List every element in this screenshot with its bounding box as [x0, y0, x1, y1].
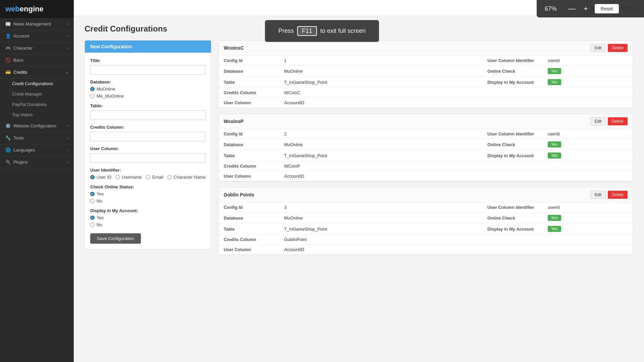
tools-icon: 🔧	[5, 135, 11, 140]
sidebar-subitem-credit-manager[interactable]: Credit Manager	[0, 89, 74, 99]
display-no-option[interactable]: No	[90, 222, 206, 227]
config-card-title-2: Goblin Points	[224, 192, 254, 197]
display-yes-label: Yes	[97, 215, 104, 220]
credits-icon: 💳	[5, 70, 11, 75]
delete-button-0[interactable]: Delete	[608, 44, 628, 52]
sidebar-subitem-credit-configurations[interactable]: Credit Configurations	[0, 78, 74, 89]
sidebar-item-bans[interactable]: 🚫 Bans	[0, 54, 74, 66]
display-account-badge: Yes	[548, 79, 561, 85]
config-card-actions-0: Edit Delete	[590, 44, 628, 52]
check-online-group: Check Online Status: Yes No	[90, 184, 206, 203]
online-check-badge: Yes	[548, 68, 561, 74]
sidebar-item-account-label: Account	[13, 34, 29, 39]
database-radio-group: MuOnline Me_MuOnline	[90, 86, 206, 99]
sidebar-item-credits[interactable]: 💳 Credits ⌄	[0, 66, 74, 78]
toast-to-exit: to exit full screen	[320, 27, 366, 35]
credits-column-label: Credits Column:	[90, 125, 206, 130]
email-radio[interactable]	[146, 175, 150, 179]
config-card-0: WcoinsC Edit Delete Config Id 1 User Col…	[218, 40, 633, 108]
zoom-plus-button[interactable]: +	[582, 4, 589, 13]
table-row: Credits Column WCoinP	[218, 161, 633, 171]
zoom-reset-button[interactable]: Reset	[595, 4, 619, 13]
title-group: Title:	[90, 58, 206, 75]
top-voters-label: Top Voters	[12, 112, 33, 117]
logo-area: webengine	[0, 0, 74, 18]
title-label: Title:	[90, 58, 206, 63]
config-card-title-0: WcoinsC	[224, 45, 244, 51]
chevron-icon: ›	[67, 46, 68, 50]
username-radio[interactable]	[115, 175, 120, 179]
table-row: Credits Column GoblinPoint	[218, 235, 633, 245]
display-yes-radio[interactable]	[90, 216, 95, 220]
paypal-donations-label: PayPal Donations	[12, 102, 47, 107]
logo[interactable]: webengine	[5, 5, 44, 13]
edit-button-0[interactable]: Edit	[590, 44, 606, 52]
email-option[interactable]: Email	[146, 175, 163, 180]
chevron-icon: ›	[67, 34, 68, 38]
database-muonline-radio[interactable]	[90, 87, 95, 91]
online-no-radio[interactable]	[90, 199, 95, 203]
database-memuonline-label: Me_MuOnline	[97, 94, 124, 99]
table-row: Table T_InGameShop_Point Display in My A…	[218, 150, 633, 161]
sidebar-subitem-paypal-donations[interactable]: PayPal Donations	[0, 99, 74, 110]
database-memuonline-radio[interactable]	[90, 94, 95, 98]
sidebar-item-account[interactable]: 👤 Account ›	[0, 30, 74, 42]
online-check-badge: Yes	[548, 141, 561, 147]
zoom-minus-button[interactable]: —	[567, 4, 577, 13]
config-table-0: Config Id 1 User Column Identifier useri…	[218, 56, 633, 108]
display-no-radio[interactable]	[90, 223, 95, 227]
charname-option[interactable]: Character Name	[167, 175, 206, 180]
user-column-input[interactable]	[90, 153, 206, 163]
delete-button-1[interactable]: Delete	[608, 117, 628, 125]
sidebar-item-character[interactable]: 🎮 Character ›	[0, 42, 74, 54]
database-muonline-option[interactable]: MuOnline	[90, 86, 206, 92]
sidebar-subitem-top-voters[interactable]: Top Voters	[0, 110, 74, 120]
form-body: Title: Database: MuOnline Me	[85, 53, 211, 249]
userid-radio[interactable]	[90, 175, 95, 179]
sidebar-item-languages[interactable]: 🌐 Languages ›	[0, 144, 74, 156]
online-yes-radio[interactable]	[90, 192, 95, 196]
two-column-layout: New Configuration Title: Database: MuOnl…	[85, 40, 633, 255]
toast-key: F11	[297, 26, 317, 36]
edit-button-2[interactable]: Edit	[590, 191, 606, 199]
email-label: Email	[152, 175, 163, 180]
database-memuonline-option[interactable]: Me_MuOnline	[90, 94, 206, 99]
config-card-title-1: WcoinsP	[224, 119, 244, 124]
delete-button-2[interactable]: Delete	[608, 191, 628, 199]
user-identifier-group: User Identifier: User ID Username	[90, 168, 206, 180]
display-no-label: No	[97, 222, 102, 227]
chevron-icon: ›	[67, 124, 68, 128]
config-table-2: Config Id 3 User Column Identifier useri…	[218, 202, 633, 255]
save-configuration-button[interactable]: Save Configuration	[90, 233, 141, 244]
toast-press: Press	[278, 27, 294, 35]
chevron-down-icon: ⌄	[66, 70, 68, 74]
sidebar-item-news[interactable]: 📰 News Management ›	[0, 18, 74, 30]
display-account-badge: Yes	[548, 153, 561, 159]
credits-column-input[interactable]	[90, 132, 206, 141]
username-option[interactable]: Username	[115, 175, 142, 180]
sidebar-item-plugins[interactable]: 🔌 Plugins ›	[0, 156, 74, 168]
config-card-header-2: Goblin Points Edit Delete	[218, 187, 633, 202]
online-no-label: No	[97, 198, 102, 203]
userid-option[interactable]: User ID	[90, 175, 111, 180]
table-row: User Column AccountID	[218, 171, 633, 181]
table-row: Table T_InGameShop_Point Display in My A…	[218, 224, 633, 235]
chevron-icon: ›	[67, 22, 68, 26]
check-online-radio-group: Yes No	[90, 191, 206, 203]
online-no-option[interactable]: No	[90, 198, 206, 203]
new-configuration-panel: New Configuration Title: Database: MuOnl…	[85, 40, 211, 249]
online-yes-option[interactable]: Yes	[90, 191, 206, 196]
title-input[interactable]	[90, 65, 206, 75]
table-input[interactable]	[90, 110, 206, 120]
display-yes-option[interactable]: Yes	[90, 215, 206, 220]
table-row: Table T_InGameShop_Point Display in My A…	[218, 77, 633, 88]
credit-manager-label: Credit Manager	[12, 92, 42, 97]
display-account-label: Display in My Account:	[90, 208, 206, 213]
charname-radio[interactable]	[167, 175, 172, 179]
sidebar-item-languages-label: Languages	[13, 147, 35, 153]
display-account-radio-group: Yes No	[90, 215, 206, 227]
sidebar-item-website-config[interactable]: ⚙️ Website Configuration ›	[0, 120, 74, 132]
edit-button-1[interactable]: Edit	[590, 117, 606, 125]
website-config-icon: ⚙️	[5, 123, 11, 128]
sidebar-item-tools[interactable]: 🔧 Tools ›	[0, 132, 74, 144]
